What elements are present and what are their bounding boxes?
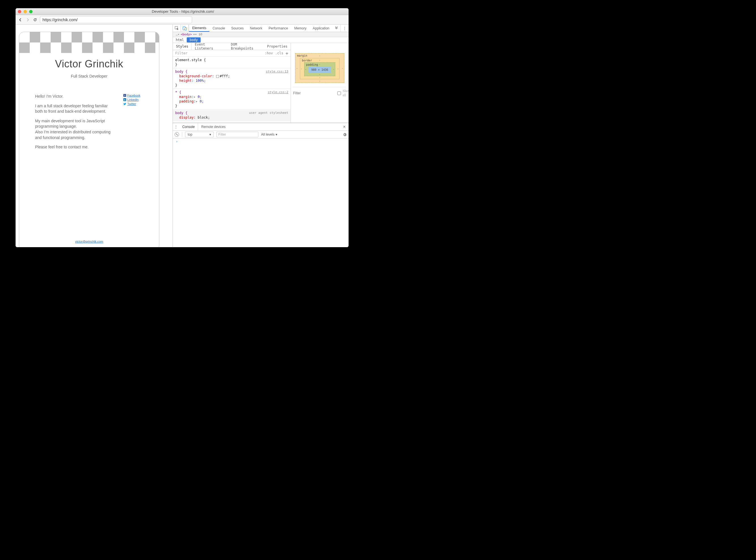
hover-toggle[interactable]: :hov bbox=[265, 51, 273, 55]
console-body[interactable]: › bbox=[173, 138, 349, 247]
svg-rect-6 bbox=[185, 27, 186, 30]
social-links: fFacebook inLinkedIn Twitter bbox=[123, 94, 147, 154]
tab-memory[interactable]: Memory bbox=[291, 25, 310, 32]
box-model-border[interactable]: border ---- padding ---- 980 × 1436 bbox=[300, 58, 339, 79]
header-checker-pattern bbox=[19, 32, 159, 53]
tab-network[interactable]: Network bbox=[247, 25, 266, 32]
window-title: Developer Tools - https://grinchik.com/ bbox=[33, 9, 333, 14]
drawer-close-button[interactable]: ✕ bbox=[340, 125, 349, 129]
console-drawer: ⋮ Console Remote devices ✕ top▾ Filter A… bbox=[173, 123, 349, 247]
page-copy: Hello! I'm Victor. I am a full stack dev… bbox=[35, 94, 115, 154]
log-level-select[interactable]: All levels ▾ bbox=[261, 133, 277, 137]
twitter-link[interactable]: Twitter bbox=[127, 102, 136, 106]
address-bar[interactable]: https://grinchik.com/ bbox=[40, 16, 192, 23]
box-model-content[interactable]: 980 × 1436 bbox=[309, 66, 331, 73]
show-all-label: Show all bbox=[343, 89, 349, 97]
console-settings-button[interactable] bbox=[343, 133, 347, 137]
device-toolbar-button[interactable] bbox=[181, 25, 189, 32]
page-card: Victor Grinchik Full Stack Developer Hel… bbox=[19, 32, 159, 247]
email-link[interactable]: victor@grinchik.com bbox=[75, 240, 103, 243]
paragraph: Please feel free to contact me. bbox=[35, 144, 115, 150]
paragraph: My main development tool is JavaScript p… bbox=[35, 118, 115, 140]
dom-selected-line[interactable]: …▾<body> == $0 bbox=[173, 32, 349, 37]
execution-context-select[interactable]: top▾ bbox=[185, 132, 214, 137]
reload-button[interactable] bbox=[33, 17, 38, 22]
dom-breadcrumb: html body bbox=[173, 37, 349, 43]
new-style-rule-button[interactable]: + bbox=[286, 51, 288, 56]
styles-pane: Styles Event Listeners DOM Breakpoints P… bbox=[173, 43, 291, 123]
console-prompt: › bbox=[176, 140, 178, 143]
facebook-link[interactable]: Facebook bbox=[127, 94, 140, 97]
rule-source-link[interactable]: style.css:2 bbox=[268, 90, 288, 95]
inspect-element-button[interactable] bbox=[173, 25, 181, 32]
subtab-properties[interactable]: Properties bbox=[264, 43, 291, 50]
svg-text:in: in bbox=[124, 99, 126, 101]
devtools-panel: Elements Console Sources Network Perform… bbox=[173, 25, 349, 247]
subtab-dom-breakpoints[interactable]: DOM Breakpoints bbox=[228, 43, 264, 50]
computed-pane: margin ---- border ---- padding ---- 980… bbox=[291, 43, 349, 123]
styles-subtabs: Styles Event Listeners DOM Breakpoints P… bbox=[173, 43, 291, 50]
paragraph: I am a full stack developer feeling fami… bbox=[35, 103, 115, 114]
linkedin-icon: in bbox=[123, 98, 126, 101]
drawer-menu-button[interactable]: ⋮ bbox=[173, 125, 179, 129]
close-window-button[interactable] bbox=[18, 10, 21, 13]
box-model-margin[interactable]: margin ---- border ---- padding ---- 980… bbox=[295, 53, 344, 83]
tabs-overflow-button[interactable] bbox=[333, 25, 340, 32]
ua-stylesheet-label: user agent stylesheet bbox=[249, 111, 288, 115]
breadcrumb-html[interactable]: html bbox=[173, 37, 187, 42]
show-all-checkbox[interactable] bbox=[337, 92, 341, 95]
svg-text:f: f bbox=[125, 94, 125, 97]
devtools-window: Developer Tools - https://grinchik.com/ … bbox=[16, 8, 349, 247]
browser-toolbar: https://grinchik.com/ bbox=[16, 15, 349, 25]
clear-console-button[interactable] bbox=[174, 132, 179, 137]
tab-performance[interactable]: Performance bbox=[266, 25, 291, 32]
window-titlebar: Developer Tools - https://grinchik.com/ bbox=[16, 8, 349, 15]
back-button[interactable] bbox=[18, 17, 23, 22]
zoom-window-button[interactable] bbox=[29, 10, 33, 13]
styles-filter-input[interactable]: Filter bbox=[175, 51, 187, 55]
paragraph: Hello! I'm Victor. bbox=[35, 94, 115, 99]
page-viewport: Victor Grinchik Full Stack Developer Hel… bbox=[16, 25, 173, 247]
computed-filter-input[interactable] bbox=[293, 91, 336, 95]
subtab-styles[interactable]: Styles bbox=[173, 43, 192, 50]
page-name: Victor Grinchik bbox=[19, 58, 159, 70]
cls-toggle[interactable]: .cls bbox=[275, 51, 283, 55]
styles-filter-row: Filter :hov .cls + bbox=[173, 50, 291, 57]
minimize-window-button[interactable] bbox=[23, 10, 27, 13]
page-footer: victor@grinchik.com bbox=[19, 240, 159, 243]
tab-application[interactable]: Application bbox=[310, 25, 333, 32]
page-subtitle: Full Stack Developer bbox=[19, 74, 159, 78]
subtab-event-listeners[interactable]: Event Listeners bbox=[192, 43, 228, 50]
drawer-tab-console[interactable]: Console bbox=[179, 123, 198, 131]
console-toolbar: top▾ Filter All levels ▾ bbox=[173, 131, 349, 138]
drawer-tab-remote-devices[interactable]: Remote devices bbox=[198, 123, 229, 131]
window-traffic-lights bbox=[18, 10, 33, 13]
linkedin-link[interactable]: LinkedIn bbox=[127, 98, 139, 101]
console-filter-input[interactable]: Filter bbox=[216, 132, 258, 137]
drawer-tabs: ⋮ Console Remote devices ✕ bbox=[173, 123, 349, 131]
twitter-icon bbox=[123, 102, 126, 105]
breadcrumb-body[interactable]: body bbox=[187, 37, 201, 42]
tab-elements[interactable]: Elements bbox=[189, 25, 209, 32]
facebook-icon: f bbox=[123, 94, 126, 97]
tab-console[interactable]: Console bbox=[209, 25, 228, 32]
devtools-menu-button[interactable]: ⋮ bbox=[341, 25, 349, 32]
css-rules[interactable]: element.style {} style.css:13 body { bac… bbox=[173, 57, 291, 123]
tab-sources[interactable]: Sources bbox=[228, 25, 247, 32]
devtools-main-tabs: Elements Console Sources Network Perform… bbox=[173, 25, 349, 32]
box-model-padding[interactable]: padding ---- 980 × 1436 bbox=[304, 62, 335, 76]
forward-button[interactable] bbox=[25, 17, 30, 22]
rule-source-link[interactable]: style.css:13 bbox=[266, 69, 288, 74]
